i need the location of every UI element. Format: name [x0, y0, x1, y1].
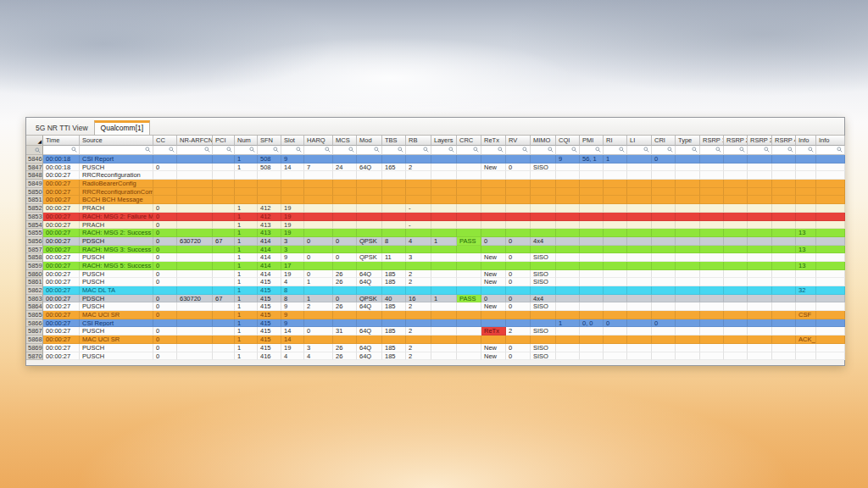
table-row[interactable]: 584600:00:18CSI Report15089956, 110 [26, 155, 844, 164]
header-cell-mcs[interactable]: MCS [333, 136, 357, 146]
header-cell-harq[interactable]: HARQ [304, 136, 333, 146]
table-row[interactable]: 587000:00:27PUSCH01416442664Q1852New0SIS… [26, 352, 844, 361]
header-cell-source[interactable]: Source [80, 136, 153, 146]
filter-input[interactable] [816, 146, 845, 155]
filter-input[interactable] [531, 146, 556, 155]
filter-input[interactable] [652, 146, 676, 155]
cell [506, 286, 531, 295]
header-cell-li[interactable]: LI [627, 136, 652, 146]
filter-input[interactable] [333, 146, 357, 155]
select-all-corner[interactable]: ◢ [26, 136, 43, 146]
filter-input[interactable] [258, 146, 281, 155]
filter-input[interactable] [281, 146, 304, 155]
filter-input[interactable] [627, 146, 652, 155]
header-cell-retx[interactable]: ReTx [481, 136, 506, 146]
table-row[interactable]: 586300:00:27PDSCH0630720671415810QPSK401… [26, 295, 844, 303]
header-cell-cc[interactable]: CC [153, 136, 177, 146]
cell [700, 262, 724, 270]
table-row[interactable]: 586600:00:27CSI Report1415910, 000 [26, 319, 844, 328]
cell [604, 262, 627, 270]
filter-input[interactable] [382, 146, 406, 155]
header-cell-time[interactable]: Time [43, 136, 80, 146]
header-cell-pmi[interactable]: PMI [580, 136, 604, 146]
header-cell-num[interactable]: Num [235, 136, 258, 146]
cell: 8 [281, 286, 304, 295]
header-cell-nr-arfcn[interactable]: NR-ARFCN [177, 136, 213, 146]
table-row[interactable]: 584900:00:27RadioBearerConfig [26, 180, 844, 188]
filter-input[interactable] [580, 146, 604, 155]
filter-input[interactable] [43, 146, 80, 155]
cell: 1 [304, 278, 333, 286]
filter-input[interactable] [304, 146, 333, 155]
table-row[interactable]: 585500:00:27RACH: MSG 2: Success01413191… [26, 229, 844, 237]
header-cell-cri[interactable]: CRI [652, 136, 676, 146]
filter-input[interactable] [724, 146, 748, 155]
filter-input[interactable] [676, 146, 700, 155]
table-row[interactable]: 586100:00:27PUSCH01415412664Q1852New0SIS… [26, 278, 844, 286]
table-row[interactable]: 586200:00:27MAC DL TA1415832 [26, 286, 844, 295]
cell [556, 180, 580, 188]
table-row[interactable]: 585700:00:27RACH: MSG 3: Success01414313 [26, 246, 844, 254]
header-cell-slot[interactable]: Slot [281, 136, 304, 146]
header-cell-rsrp-3[interactable]: RSRP 3 [748, 136, 772, 146]
table-row[interactable]: 586800:00:27MAC UCI SR0141514ACK_... [26, 336, 844, 344]
header-cell-rsrp-1[interactable]: RSRP 1 [700, 136, 724, 146]
filter-input[interactable] [406, 146, 431, 155]
table-row[interactable]: 584700:00:18PUSCH015081472464Q1652New0SI… [26, 164, 844, 172]
header-cell-ri[interactable]: RI [604, 136, 627, 146]
table-row[interactable]: 585300:00:27RACH: MSG 2: Failure MSG2014… [26, 213, 844, 221]
filter-input[interactable] [772, 146, 796, 155]
table-row[interactable]: 586000:00:27PUSCH014141902664Q1852New0SI… [26, 270, 844, 279]
filter-input[interactable] [748, 146, 772, 155]
table-row[interactable]: 586700:00:27PUSCH014151403164Q1852ReTx2S… [26, 327, 844, 336]
row-filter-cell[interactable] [26, 146, 43, 155]
header-cell-type[interactable]: Type [676, 136, 700, 146]
header-cell-info[interactable]: Info [796, 136, 816, 146]
cell [556, 237, 580, 246]
header-cell-sfn[interactable]: SFN [258, 136, 281, 146]
filter-input[interactable] [431, 146, 457, 155]
table-row[interactable]: 585800:00:27PUSCH01414900QPSK113New0SISO [26, 253, 844, 262]
filter-input[interactable] [700, 146, 724, 155]
tab-qualcomm-1[interactable]: Qualcomm[1] [94, 120, 151, 135]
filter-input[interactable] [235, 146, 258, 155]
filter-input[interactable] [357, 146, 382, 155]
filter-input[interactable] [177, 146, 213, 155]
cell [213, 221, 235, 230]
cell [235, 188, 258, 197]
header-cell-cqi[interactable]: CQI [556, 136, 580, 146]
filter-input[interactable] [481, 146, 506, 155]
header-cell-mimo[interactable]: MIMO [531, 136, 556, 146]
tab-5g-nr-tti-view[interactable]: 5G NR TTI View [30, 121, 94, 135]
filter-input[interactable] [604, 146, 627, 155]
table-row[interactable]: 584800:00:27RRCReconfiguration [26, 171, 844, 180]
table-row[interactable]: 586500:00:27MAC UCI SR014159CSF [26, 311, 844, 319]
filter-input[interactable] [457, 146, 481, 155]
filter-input[interactable] [213, 146, 235, 155]
header-cell-rb[interactable]: RB [406, 136, 431, 146]
header-cell-rsrp-4[interactable]: RSRP 4 [772, 136, 796, 146]
table-row[interactable]: 585200:00:27PRACH0141219- [26, 204, 844, 213]
table-row[interactable]: 585100:00:27BCCH BCH Message [26, 196, 844, 204]
header-cell-pci[interactable]: PCI [213, 136, 235, 146]
cell [796, 270, 816, 279]
table-row[interactable]: 585600:00:27PDSCH0630720671414300QPSK841… [26, 237, 844, 246]
table-row[interactable]: 586400:00:27PUSCH01415922664Q1852New0SIS… [26, 302, 844, 311]
header-cell-rsrp-2[interactable]: RSRP 2 [724, 136, 748, 146]
header-cell-crc[interactable]: CRC [457, 136, 481, 146]
header-cell-tbs[interactable]: TBS [382, 136, 406, 146]
table-row[interactable]: 585400:00:27PRACH0141319- [26, 221, 844, 230]
filter-input[interactable] [506, 146, 531, 155]
header-cell-mod[interactable]: Mod [357, 136, 382, 146]
cell [772, 164, 796, 172]
filter-input[interactable] [80, 146, 153, 155]
header-cell-rv[interactable]: RV [506, 136, 531, 146]
header-cell-layers[interactable]: Layers [431, 136, 457, 146]
table-row[interactable]: 585000:00:27RRCReconfigurationComplete [26, 188, 844, 197]
filter-input[interactable] [153, 146, 177, 155]
filter-input[interactable] [556, 146, 580, 155]
header-cell-info[interactable]: Info [816, 136, 845, 146]
table-row[interactable]: 585900:00:27RACH: MSG 5: Success01414171… [26, 262, 844, 270]
table-row[interactable]: 586900:00:27PUSCH014151932664Q1852New0SI… [26, 344, 844, 352]
filter-input[interactable] [796, 146, 816, 155]
